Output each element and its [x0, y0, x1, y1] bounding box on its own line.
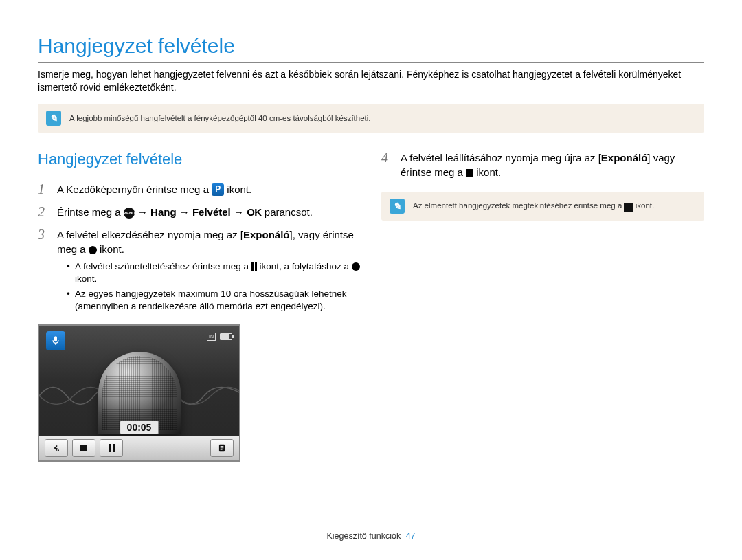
svg-rect-1	[221, 446, 224, 447]
step-1-text-a: A Kezdőképernyőn érintse meg a	[57, 183, 212, 195]
tip-box-1: ✎ A legjobb minőségű hangfelvételt a fén…	[38, 104, 704, 133]
stop-icon	[466, 169, 473, 177]
step-2-felv: Felvétel	[192, 206, 231, 218]
pause-button[interactable]	[100, 439, 123, 457]
step-4: 4 A felvétel leállításához nyomja meg új…	[381, 150, 704, 179]
stop-button[interactable]	[72, 439, 95, 457]
step-4-exp: Exponáló	[601, 152, 648, 164]
note-icon-2: ✎	[390, 199, 405, 214]
bullet-1-a: A felvétel szüneteltetéséhez érintse meg…	[75, 261, 251, 271]
note-icon: ✎	[46, 111, 61, 126]
bullet-1: A felvétel szüneteltetéséhez érintse meg…	[67, 260, 361, 285]
tip-1-text: A legjobb minőségű hangfelvételt a fényk…	[69, 114, 371, 122]
footer-label: Kiegészítő funkciók	[326, 531, 401, 541]
step-3: 3 A felvétel elkezdéséhez nyomja meg az …	[38, 227, 361, 316]
svg-rect-3	[221, 449, 223, 449]
bullet-1-b: ikont, a folytatáshoz a	[259, 261, 351, 271]
step-2: 2 Érintse meg a MENU → Hang → Felvétel →…	[38, 205, 361, 219]
step-num-2: 2	[38, 205, 50, 219]
step-2-arrow-2: →	[179, 206, 192, 218]
step-3-text-c: ikont.	[100, 243, 124, 255]
bullet-2: Az egyes hangjegyzetek maximum 10 óra ho…	[67, 288, 361, 313]
step-1: 1 A Kezdőképernyőn érintse meg a P ikont…	[38, 182, 361, 197]
page-title: Hangjegyzet felvétele	[38, 34, 704, 58]
step-2-text-a: Érintse meg a	[57, 206, 124, 218]
recorder-screenshot: IN 00:05	[38, 324, 240, 462]
ok-icon: OK	[247, 206, 262, 218]
step-4-text-c: ikont.	[476, 166, 501, 178]
menu-icon: MENU	[124, 208, 135, 219]
step-num-3: 3	[38, 227, 50, 316]
step-4-text-a: A felvétel leállításához nyomja meg újra…	[401, 152, 601, 164]
left-column: Hangjegyzet felvétele 1 A Kezdőképernyőn…	[38, 150, 361, 462]
svg-rect-2	[221, 447, 224, 448]
back-button[interactable]	[45, 439, 68, 457]
step-2-arrow-3: →	[234, 206, 247, 218]
step-2-text-e: parancsot.	[265, 206, 313, 218]
memo-list-button[interactable]	[210, 439, 234, 457]
memo-list-icon	[624, 203, 633, 212]
step-2-hang: Hang	[150, 206, 177, 218]
tip-2-text-a: Az elmentett hangjegyzetek megtekintéséh…	[413, 201, 624, 210]
battery-icon	[220, 333, 232, 340]
recorder-toolbar	[39, 436, 239, 460]
pause-icon	[251, 262, 257, 271]
step-2-arrow-1: →	[137, 206, 150, 218]
step-3-text-a: A felvétel elkezdéséhez nyomja meg az [	[57, 229, 243, 240]
title-divider	[38, 62, 704, 63]
storage-indicator: IN	[207, 333, 216, 341]
page-footer: Kiegészítő funkciók 47	[0, 531, 742, 541]
step-3-exp: Exponáló	[243, 229, 290, 240]
tip-2-text-b: ikont.	[636, 201, 655, 210]
record-icon	[89, 246, 97, 254]
tip-box-2: ✎ Az elmentett hangjegyzetek megtekintés…	[381, 192, 704, 221]
right-column: 4 A felvétel leállításához nyomja meg új…	[381, 150, 704, 462]
step-num-4: 4	[381, 150, 394, 179]
mic-badge-icon	[46, 331, 65, 350]
page-number: 47	[406, 531, 416, 541]
recording-timer: 00:05	[120, 421, 159, 434]
bullet-1-c: ikont.	[75, 273, 97, 284]
recorder-status-bar: IN	[207, 333, 232, 341]
p-mode-icon: P	[212, 183, 224, 196]
step-num-1: 1	[38, 182, 50, 197]
sub-heading: Hangjegyzet felvétele	[38, 150, 361, 168]
resume-icon	[352, 262, 360, 271]
step-1-text-b: ikont.	[227, 183, 251, 195]
intro-text: Ismerje meg, hogyan lehet hangjegyzetet …	[38, 68, 704, 94]
